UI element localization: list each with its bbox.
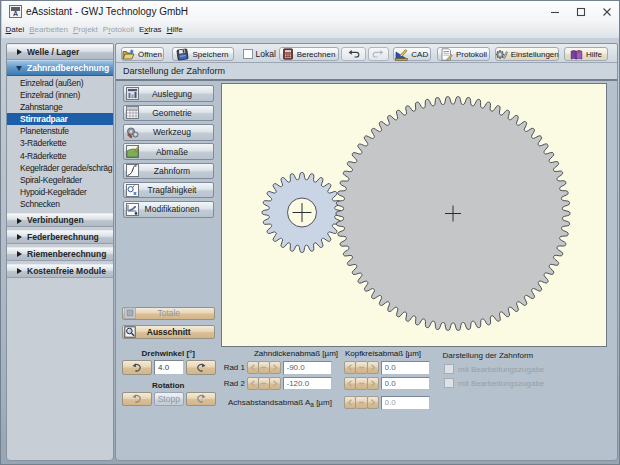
chevron-right-icon xyxy=(272,380,278,387)
stepper-increase-button[interactable] xyxy=(269,377,281,390)
open-button[interactable]: Öffnen xyxy=(121,47,164,61)
help-button[interactable]: Hilfe xyxy=(564,47,608,61)
sidebar-section-label: Welle / Lager xyxy=(27,47,79,57)
save-button[interactable]: Speichern xyxy=(172,47,234,61)
stepper-increase-button[interactable] xyxy=(367,361,379,374)
menu-item-protokoll: Protokoll xyxy=(100,22,136,38)
sidebar-item-hypoid-kegelraeder[interactable]: Hypoid-Kegelräder xyxy=(7,186,113,198)
sidebar-section-verbindungen[interactable]: Verbindungen xyxy=(7,213,113,227)
menu-item-extras[interactable]: Extras xyxy=(136,22,164,38)
settings-tools-icon xyxy=(495,48,508,61)
stepper-reset-button[interactable] xyxy=(355,396,367,409)
modifications-icon xyxy=(126,203,139,216)
rotate-left-step-button[interactable] xyxy=(122,360,152,375)
open-button-label: Öffnen xyxy=(138,50,162,59)
rad2-zahndicken-input[interactable] xyxy=(283,377,332,391)
sidebar-item-stirnradpaar[interactable]: Stirnradpaar xyxy=(7,113,113,125)
minus-icon xyxy=(358,364,365,371)
undo-icon xyxy=(347,49,360,60)
chevron-left-icon xyxy=(347,399,353,406)
sidebar-section-label: Riemenberechnung xyxy=(27,249,106,259)
stepper-increase-button[interactable] xyxy=(367,377,379,390)
achsabstand-input[interactable] xyxy=(381,396,430,410)
menu-item-hilfe[interactable]: Hilfe xyxy=(164,22,185,38)
svg-text:A: A xyxy=(13,10,18,17)
sidebar-section-zahnradberechnung[interactable]: Zahnradberechnung xyxy=(7,60,113,76)
undo-button[interactable] xyxy=(341,47,366,61)
save-floppy-icon xyxy=(176,48,189,61)
sidebar-item-einzelrad-innen[interactable]: Einzelrad (innen) xyxy=(7,89,113,101)
expanded-arrow-icon xyxy=(16,66,22,71)
lokal-checkbox-row: Lokal xyxy=(243,49,276,59)
gear-drawing-canvas[interactable] xyxy=(221,83,607,347)
sidebar-item-4-raederkette[interactable]: 4-Räderkette xyxy=(7,150,113,162)
rotate-right-step-button[interactable] xyxy=(186,360,216,375)
save-button-label: Speichern xyxy=(192,50,228,59)
stepper-reset-button[interactable] xyxy=(355,361,367,374)
nav-button-label: Zahnform xyxy=(139,166,213,176)
sidebar-section-label: Verbindungen xyxy=(27,215,84,225)
sidebar-section-kostenfreie-module[interactable]: Kostenfreie Module xyxy=(7,264,113,278)
stepper-reset-button[interactable] xyxy=(355,377,367,390)
sidebar-item-schnecken[interactable]: Schnecken xyxy=(7,198,113,210)
settings-button[interactable]: Einstellungen xyxy=(495,47,560,61)
ausschnitt-button[interactable]: Ausschnitt xyxy=(122,325,215,339)
lokal-checkbox[interactable] xyxy=(243,49,253,59)
sidebar-item-einzelrad-aussen[interactable]: Einzelrad (außen) xyxy=(7,77,113,89)
nav-button-label: Tragfähigkeit xyxy=(139,185,213,195)
nav-button-modifikationen[interactable]: Modifikationen xyxy=(123,201,214,218)
sidebar-item-zahnstange[interactable]: Zahnstange xyxy=(7,101,113,113)
rad1-kopfkreis-input[interactable] xyxy=(381,361,430,375)
cad-button[interactable]: CAD xyxy=(393,47,431,61)
nav-button-geometrie[interactable]: Geometrie xyxy=(123,105,214,122)
help-book-icon xyxy=(570,48,583,61)
stepper-increase-button[interactable] xyxy=(269,361,281,374)
sidebar-section-label: Kostenfreie Module xyxy=(27,266,106,276)
minus-icon xyxy=(260,380,267,387)
chevron-right-icon xyxy=(370,380,376,387)
panel-title: Darstellung der Zahnform xyxy=(116,63,617,81)
chevron-left-icon xyxy=(347,364,353,371)
sidebar-item-planetenstufe[interactable]: Planetenstufe xyxy=(7,125,113,137)
protocol-button[interactable]: Protokoll xyxy=(437,47,490,61)
sidebar-section-riemenberechnung[interactable]: Riemenberechnung xyxy=(7,247,113,261)
close-button[interactable] xyxy=(594,1,620,22)
collapsed-arrow-icon xyxy=(17,218,22,224)
sidebar-item-3-raederkette[interactable]: 3-Räderkette xyxy=(7,137,113,149)
title-bar: A eAssistant - GWJ Technology GmbH xyxy=(2,1,620,22)
rotation-ccw-button[interactable] xyxy=(122,392,152,407)
sidebar-section-welle-lager[interactable]: Welle / Lager xyxy=(7,44,113,60)
cad-button-label: CAD xyxy=(411,50,428,59)
rad2-kopfkreis-input[interactable] xyxy=(381,377,430,391)
redo-icon xyxy=(372,49,385,60)
sidebar-item-kegelraeder[interactable]: Kegelräder gerade/schräg xyxy=(7,162,113,174)
redo-button[interactable] xyxy=(368,47,389,61)
rad1-label: Rad 1 xyxy=(219,363,245,372)
maximize-button[interactable] xyxy=(568,1,594,22)
nav-button-zahnform[interactable]: Zahnform xyxy=(123,163,214,180)
stepper-increase-button[interactable] xyxy=(367,396,379,409)
sidebar-section-label: Federberechnung xyxy=(27,232,99,242)
stepper-decrease-button[interactable] xyxy=(247,361,259,374)
nav-button-werkzeug[interactable]: Werkzeug xyxy=(123,124,214,141)
nav-button-abmasse[interactable]: Abmaße xyxy=(123,143,214,160)
menu-item-datei[interactable]: Datei xyxy=(3,22,27,38)
nav-button-auslegung[interactable]: Auslegung xyxy=(123,85,214,102)
stepper-decrease-button[interactable] xyxy=(247,377,259,390)
collapsed-arrow-icon xyxy=(17,234,22,240)
lokal-checkbox-label: Lokal xyxy=(256,49,276,59)
kopfkreis-header: Kopfkreisabmaß [µm] xyxy=(333,349,433,358)
rotation-cw-button[interactable] xyxy=(186,392,216,407)
sidebar-item-spiral-kegelraeder[interactable]: Spiral-Kegelräder xyxy=(7,174,113,186)
nav-button-tragfaehigkeit[interactable]: x Tragfähigkeit xyxy=(123,182,214,199)
drehwinkel-input[interactable] xyxy=(154,360,184,375)
minimize-button[interactable] xyxy=(542,1,568,22)
rad1-kopfkreis-stepper xyxy=(344,361,378,374)
bearbeitungszugabe-checkbox-2 xyxy=(444,378,454,388)
drehwinkel-label: Drehwinkel [°] xyxy=(122,349,215,358)
rad1-zahndicken-input[interactable] xyxy=(283,361,332,375)
calculate-button[interactable]: Berechnen xyxy=(279,47,339,61)
ausschnitt-button-label: Ausschnitt xyxy=(136,327,214,337)
sidebar-section-federberechnung[interactable]: Federberechnung xyxy=(7,230,113,244)
collapsed-arrow-icon xyxy=(17,251,22,257)
